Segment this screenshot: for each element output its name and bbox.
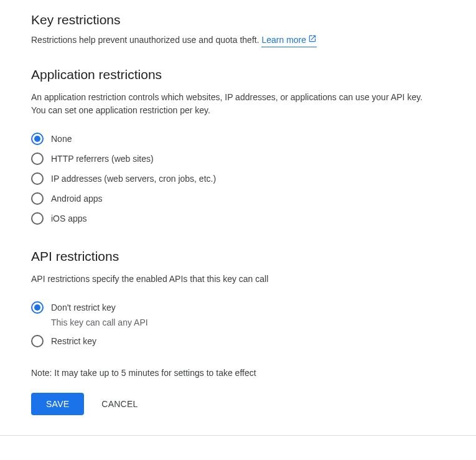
radio-option-ip-addresses[interactable]: IP addresses (web servers, cron jobs, et… <box>31 169 476 189</box>
learn-more-link[interactable]: Learn more <box>261 34 317 47</box>
radio-label: HTTP referrers (web sites) <box>51 153 154 165</box>
radio-label: iOS apps <box>51 212 87 225</box>
application-restrictions-section: Application restrictions An application … <box>31 67 476 229</box>
radio-option-dont-restrict-key[interactable]: Don't restrict key This key can call any… <box>31 298 476 332</box>
radio-sublabel: This key can call any API <box>51 316 148 329</box>
key-restrictions-desc: Restrictions help prevent unauthorized u… <box>31 34 429 47</box>
radio-option-restrict-key[interactable]: Restrict key <box>31 332 476 352</box>
radio-label: Restrict key <box>51 335 96 347</box>
radio-icon <box>31 153 44 165</box>
button-row: Save Cancel <box>31 393 476 415</box>
radio-label: Android apps <box>51 192 103 205</box>
application-restrictions-title: Application restrictions <box>31 67 476 82</box>
application-restrictions-desc: An application restriction controls whic… <box>31 91 429 117</box>
radio-icon <box>31 301 44 314</box>
radio-label: Don't restrict key This key can call any… <box>51 301 148 329</box>
api-restrictions-title: API restrictions <box>31 249 476 264</box>
save-button[interactable]: Save <box>31 393 84 415</box>
key-restrictions-title: Key restrictions <box>31 12 476 27</box>
radio-label: IP addresses (web servers, cron jobs, et… <box>51 172 216 185</box>
radio-option-http-referrers[interactable]: HTTP referrers (web sites) <box>31 149 476 169</box>
key-restrictions-section: Key restrictions Restrictions help preve… <box>31 12 476 47</box>
api-restrictions-radio-list: Don't restrict key This key can call any… <box>31 298 476 352</box>
external-link-icon <box>308 34 317 47</box>
api-restrictions-section: API restrictions API restrictions specif… <box>31 249 476 415</box>
application-restrictions-radio-list: None HTTP referrers (web sites) IP addre… <box>31 129 476 229</box>
radio-label: None <box>51 133 72 145</box>
radio-icon <box>31 172 44 185</box>
divider <box>0 435 476 436</box>
settings-delay-note: Note: It may take up to 5 minutes for se… <box>31 368 476 378</box>
radio-icon <box>31 212 44 225</box>
cancel-button[interactable]: Cancel <box>96 393 142 415</box>
radio-icon <box>31 133 44 145</box>
api-restrictions-desc: API restrictions specify the enabled API… <box>31 273 429 286</box>
radio-icon <box>31 335 44 347</box>
radio-option-ios-apps[interactable]: iOS apps <box>31 209 476 229</box>
radio-option-android-apps[interactable]: Android apps <box>31 189 476 209</box>
radio-option-none[interactable]: None <box>31 129 476 149</box>
radio-icon <box>31 192 44 205</box>
